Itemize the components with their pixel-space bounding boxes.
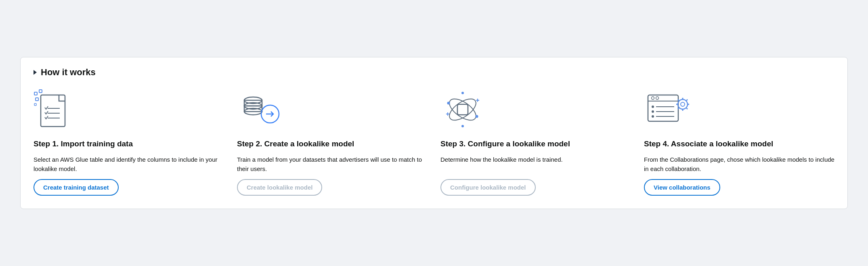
step-1-title: Step 1. Import training data [34,139,224,149]
svg-point-18 [447,101,450,104]
svg-point-17 [446,95,480,124]
step-3-desc: Determine how the lookalike model is tra… [440,155,631,174]
svg-point-28 [652,97,654,99]
svg-point-29 [656,97,659,99]
panel-title: How it works [41,67,96,78]
svg-point-20 [461,92,464,94]
svg-rect-15 [457,104,468,115]
svg-point-21 [461,125,464,127]
how-it-works-panel: How it works [20,57,848,209]
configure-lookalike-model-button[interactable]: Configure lookalike model [440,179,536,196]
svg-point-16 [446,95,480,124]
step-3-icon [440,89,631,133]
create-lookalike-model-button[interactable]: Create lookalike model [237,179,322,196]
svg-rect-6 [36,98,38,101]
collapse-icon [34,70,37,75]
steps-grid: Step 1. Import training data Select an A… [34,89,834,196]
step-1-icon [34,89,224,133]
step-1: Step 1. Import training data Select an A… [34,89,224,196]
step-3-title: Step 3. Configure a lookalike model [440,139,631,149]
svg-point-37 [681,102,685,106]
svg-point-36 [678,99,688,109]
step-4-icon [644,89,834,133]
svg-line-44 [686,99,688,101]
step-4: Step 4. Associate a lookalike model From… [644,89,834,196]
svg-rect-5 [39,90,42,93]
step-4-title: Step 4. Associate a lookalike model [644,139,834,149]
svg-point-34 [652,110,654,113]
svg-point-33 [652,106,654,108]
svg-rect-4 [34,92,37,95]
view-collaborations-button[interactable]: View collaborations [644,179,720,196]
panel-header: How it works [34,67,834,78]
step-2-icon [237,89,428,133]
svg-rect-7 [34,103,36,106]
svg-line-43 [686,108,688,109]
svg-rect-0 [41,95,65,127]
step-4-desc: From the Collaborations page, chose whic… [644,155,834,174]
svg-point-19 [476,115,478,118]
step-1-desc: Select an AWS Glue table and identify th… [34,155,224,174]
svg-point-35 [652,115,654,118]
step-2: Step 2. Create a lookalike model Train a… [237,89,428,196]
create-training-dataset-button[interactable]: Create training dataset [34,179,119,196]
step-2-desc: Train a model from your datasets that ad… [237,155,428,174]
step-3: Step 3. Configure a lookalike model Dete… [440,89,631,196]
step-2-title: Step 2. Create a lookalike model [237,139,428,149]
